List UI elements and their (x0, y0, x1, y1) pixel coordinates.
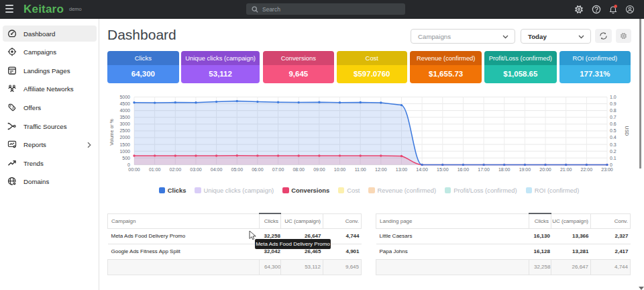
svg-text:Volume or %: Volume or % (109, 119, 114, 146)
svg-text:04:00: 04:00 (211, 167, 223, 172)
svg-text:16:00: 16:00 (458, 167, 470, 172)
svg-text:22:00: 22:00 (581, 167, 593, 172)
svg-text:07:00: 07:00 (272, 167, 284, 172)
svg-text:500: 500 (122, 156, 130, 160)
svg-text:15:00: 15:00 (437, 167, 449, 172)
svg-text:0.3: 0.3 (610, 142, 616, 147)
svg-text:19:00: 19:00 (519, 167, 531, 172)
svg-text:13:00: 13:00 (396, 167, 408, 172)
svg-text:08:00: 08:00 (292, 167, 305, 172)
svg-text:20:00: 20:00 (539, 167, 551, 172)
svg-text:0.9: 0.9 (610, 101, 616, 106)
svg-text:06:00: 06:00 (252, 167, 264, 172)
svg-text:05:00: 05:00 (231, 167, 244, 172)
svg-text:4000: 4000 (119, 108, 130, 113)
svg-text:11:00: 11:00 (355, 167, 366, 172)
svg-text:1.0: 1.0 (610, 95, 616, 99)
svg-text:17:00: 17:00 (478, 167, 490, 172)
svg-text:0.6: 0.6 (610, 122, 616, 126)
svg-text:0.5: 0.5 (610, 128, 616, 133)
svg-text:2000: 2000 (119, 135, 130, 140)
svg-text:03:00: 03:00 (190, 167, 202, 172)
svg-text:0.7: 0.7 (610, 115, 616, 119)
svg-text:3000: 3000 (119, 122, 130, 126)
svg-text:USD: USD (625, 126, 629, 136)
svg-text:21:00: 21:00 (560, 167, 572, 172)
svg-text:23:00: 23:00 (601, 167, 613, 172)
svg-text:18:00: 18:00 (498, 167, 511, 172)
svg-text:0.1: 0.1 (610, 156, 616, 160)
svg-text:01:00: 01:00 (149, 167, 161, 172)
svg-text:0.4: 0.4 (610, 135, 616, 140)
svg-text:1500: 1500 (119, 142, 130, 147)
svg-text:10:00: 10:00 (334, 167, 346, 172)
svg-text:1000: 1000 (119, 149, 130, 154)
svg-text:00:00: 00:00 (128, 167, 140, 172)
svg-text:09:00: 09:00 (313, 167, 325, 172)
svg-text:5000: 5000 (119, 95, 130, 99)
svg-text:0.2: 0.2 (610, 149, 616, 154)
svg-text:12:00: 12:00 (375, 167, 387, 172)
svg-text:02:00: 02:00 (170, 167, 182, 172)
svg-text:3500: 3500 (119, 115, 130, 119)
svg-text:14:00: 14:00 (416, 167, 428, 172)
svg-text:0.8: 0.8 (610, 108, 616, 113)
svg-text:2500: 2500 (119, 128, 130, 133)
svg-text:4500: 4500 (119, 101, 130, 106)
